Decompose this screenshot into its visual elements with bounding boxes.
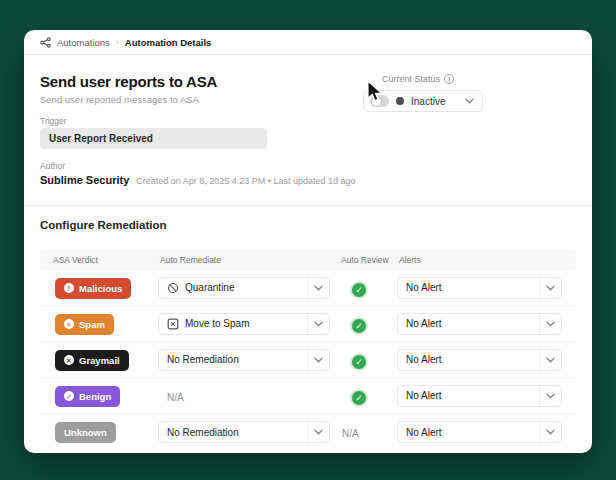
select-value: No Alert	[406, 282, 442, 293]
section-divider	[24, 205, 592, 206]
verdict-cell: Unknown	[40, 422, 158, 443]
verdict-label: Malicious	[79, 283, 122, 294]
alerts-dropdown[interactable]: No Alert	[397, 349, 562, 371]
block-icon	[167, 282, 179, 294]
table-row: ✕SpamMove to Spam✓No Alert	[40, 306, 576, 342]
info-icon[interactable]: i	[444, 74, 454, 84]
auto-remediate-dropdown[interactable]: Quarantine	[158, 277, 330, 299]
chevron-down-icon	[465, 98, 474, 104]
verdict-badge-unknown: Unknown	[55, 422, 116, 443]
approved-check-icon[interactable]: ✓	[352, 283, 366, 297]
select-value: No Alert	[406, 318, 442, 329]
select-value-area: No Alert	[398, 314, 539, 334]
approved-check-icon[interactable]: ✓	[352, 391, 366, 405]
auto-remediate-cell: No Remediation	[158, 349, 341, 371]
verdict-label: Graymail	[79, 355, 120, 366]
x-circle-icon: ✕	[64, 355, 74, 365]
status-value: Inactive	[411, 96, 458, 107]
breadcrumb-item-automations[interactable]: Automations	[57, 37, 110, 48]
chevron-down-icon	[539, 314, 561, 334]
alerts-cell: No Alert	[397, 349, 576, 371]
select-value-area: No Alert	[398, 422, 539, 442]
auto-review-cell: ✓	[341, 315, 397, 333]
table-row: !MaliciousQuarantine✓No Alert	[40, 270, 576, 306]
verdict-cell: ✓Benign	[40, 385, 158, 407]
select-value-area: No Alert	[398, 386, 539, 406]
page-subtitle: Send user reported messages to ASA	[40, 94, 199, 105]
alerts-dropdown[interactable]: No Alert	[397, 421, 562, 443]
chevron-down-icon	[539, 350, 561, 370]
column-header-auto-review: Auto Review	[341, 255, 397, 265]
remediation-table: ASA Verdict Auto Remediate Auto Review A…	[40, 250, 576, 450]
current-status-label: Current Status	[382, 74, 440, 84]
table-row: ✓BenignN/A✓No Alert	[40, 378, 576, 414]
select-value: No Remediation	[167, 427, 239, 438]
auto-remediate-dropdown[interactable]: No Remediation	[158, 421, 330, 443]
verdict-badge-graymail: ✕Graymail	[55, 350, 129, 371]
author-row: Sublime Security Created on Apr 8, 2025 …	[40, 174, 356, 186]
select-value: Quarantine	[185, 282, 234, 293]
breadcrumb-separator-icon: ›	[116, 37, 119, 47]
status-dropdown[interactable]: Inactive	[363, 90, 483, 112]
auto-review-na: N/A	[342, 428, 359, 439]
auto-remediate-dropdown[interactable]: Move to Spam	[158, 313, 330, 335]
chevron-down-icon	[307, 278, 329, 298]
select-value-area: No Remediation	[159, 422, 307, 442]
chevron-down-icon	[307, 314, 329, 334]
spam-box-icon	[167, 318, 179, 330]
column-header-alerts: Alerts	[397, 255, 576, 265]
select-value-area: No Alert	[398, 278, 539, 298]
alerts-dropdown[interactable]: No Alert	[397, 277, 562, 299]
verdict-label: Benign	[79, 391, 111, 402]
verdict-badge-benign: ✓Benign	[55, 386, 120, 407]
status-toggle[interactable]	[370, 95, 389, 107]
page-title: Send user reports to ASA	[40, 73, 217, 90]
select-value-area: No Alert	[398, 350, 539, 370]
author-name: Sublime Security	[40, 174, 129, 186]
table-row: ✕GraymailNo Remediation✓No Alert	[40, 342, 576, 378]
automation-icon	[40, 37, 51, 48]
verdict-badge-spam: ✕Spam	[55, 314, 114, 335]
check-circle-icon: ✓	[64, 391, 74, 401]
auto-remediate-cell: No Remediation	[158, 421, 341, 443]
auto-review-cell: N/A	[341, 423, 397, 441]
current-status-label-row: Current Status i	[382, 74, 454, 84]
verdict-badge-malicious: !Malicious	[55, 278, 131, 299]
chevron-down-icon	[539, 386, 561, 406]
auto-review-cell: ✓	[341, 387, 397, 405]
table-header-row: ASA Verdict Auto Remediate Auto Review A…	[40, 250, 576, 270]
chevron-down-icon	[307, 350, 329, 370]
auto-remediate-na: N/A	[158, 392, 184, 403]
alerts-cell: No Alert	[397, 277, 576, 299]
approved-check-icon[interactable]: ✓	[352, 355, 366, 369]
auto-review-cell: ✓	[341, 279, 397, 297]
auto-remediate-cell: Quarantine	[158, 277, 341, 299]
alerts-cell: No Alert	[397, 313, 576, 335]
auto-review-cell: ✓	[341, 351, 397, 369]
column-header-asa-verdict: ASA Verdict	[40, 255, 158, 265]
verdict-label: Spam	[79, 319, 105, 330]
chevron-down-icon	[307, 422, 329, 442]
select-value: No Remediation	[167, 354, 239, 365]
configure-remediation-title: Configure Remediation	[40, 219, 167, 231]
approved-check-icon[interactable]: ✓	[352, 319, 366, 333]
alerts-dropdown[interactable]: No Alert	[397, 313, 562, 335]
remediation-rows: !MaliciousQuarantine✓No Alert✕SpamMove t…	[40, 270, 576, 450]
select-value-area: Move to Spam	[159, 314, 307, 334]
auto-remediate-cell: N/A	[158, 387, 341, 405]
verdict-cell: !Malicious	[40, 277, 158, 299]
select-value-area: No Remediation	[159, 350, 307, 370]
column-header-auto-remediate: Auto Remediate	[158, 255, 341, 265]
inactive-dot-icon	[396, 97, 404, 105]
app-background: Automations › Automation Details Send us…	[0, 0, 616, 480]
breadcrumb: Automations › Automation Details	[24, 30, 592, 55]
auto-remediate-cell: Move to Spam	[158, 313, 341, 335]
alerts-dropdown[interactable]: No Alert	[397, 385, 562, 407]
alerts-cell: No Alert	[397, 421, 576, 443]
select-value: Move to Spam	[185, 318, 249, 329]
trigger-label: Trigger	[40, 116, 67, 126]
trigger-field[interactable]: User Report Received	[40, 128, 267, 149]
verdict-label: Unknown	[64, 427, 107, 438]
select-value-area: Quarantine	[159, 278, 307, 298]
auto-remediate-dropdown[interactable]: No Remediation	[158, 349, 330, 371]
